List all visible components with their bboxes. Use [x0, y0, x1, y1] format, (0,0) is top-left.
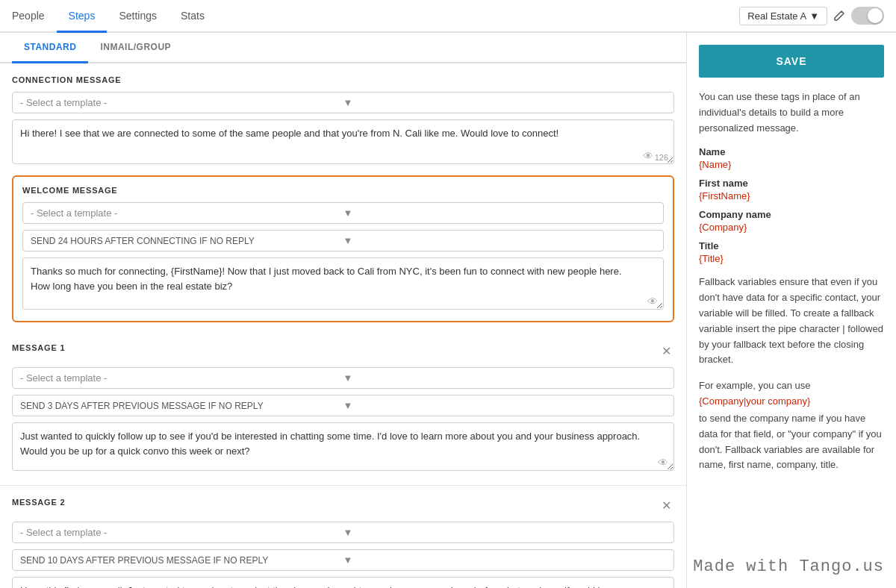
fallback-text-3: to send the company name if you have dat…	[699, 411, 884, 473]
help-intro-text: You can use these tags in place of an in…	[699, 90, 884, 136]
subtab-standard[interactable]: STANDARD	[12, 33, 88, 63]
message2-wrapper: Hope this finds you well. Just wanted to…	[12, 577, 674, 588]
welcome-timing-placeholder: SEND 24 HOURS AFTER CONNECTING IF NO REP…	[31, 236, 343, 246]
message2-close-button[interactable]: ✕	[659, 498, 674, 513]
tab-people[interactable]: People	[12, 0, 57, 33]
welcome-template-placeholder: - Select a template -	[31, 207, 343, 219]
tag-name-value: {Name}	[699, 159, 884, 170]
char-count: 126	[655, 153, 668, 162]
tag-title-label: Title	[699, 240, 884, 251]
message2-section: MESSAGE 2 ✕ - Select a template - ▼ SEND…	[0, 485, 686, 588]
message2-header: MESSAGE 2	[12, 498, 65, 507]
preview-icon[interactable]: 👁	[647, 295, 658, 307]
tag-firstname-label: First name	[699, 178, 884, 189]
dropdown-arrow-icon: ▼	[343, 372, 667, 384]
fallback-example: {Company|your company}	[699, 395, 884, 407]
tag-firstname: First name {FirstName}	[699, 178, 884, 201]
message1-textarea[interactable]: Just wanted to quickly follow up to see …	[12, 422, 674, 471]
message1-wrapper: Just wanted to quickly follow up to see …	[12, 422, 674, 473]
fallback-text-1: Fallback variables ensure that even if y…	[699, 275, 884, 368]
preview-icon[interactable]: 👁	[643, 150, 653, 162]
right-panel: SAVE You can use these tags in place of …	[687, 33, 896, 588]
sub-tabs-bar: STANDARD INMAIL/GROUP	[0, 33, 686, 63]
template-label: Real Estate A	[747, 10, 806, 22]
message1-header-row: MESSAGE 1 ✕	[12, 343, 674, 360]
welcome-message-section: WELCOME MESSAGE - Select a template - ▼ …	[12, 175, 674, 322]
message1-template-dropdown[interactable]: - Select a template - ▼	[12, 367, 674, 389]
main-layout: STANDARD INMAIL/GROUP CONNECTION MESSAGE…	[0, 33, 896, 588]
connection-message-header: CONNECTION MESSAGE	[12, 75, 674, 84]
tab-settings[interactable]: Settings	[107, 0, 169, 33]
save-button[interactable]: SAVE	[699, 45, 884, 78]
message1-timing-placeholder: SEND 3 DAYS AFTER PREVIOUS MESSAGE IF NO…	[20, 401, 343, 411]
message2-textarea[interactable]: Hope this finds you well. Just wanted to…	[12, 577, 674, 588]
chevron-down-icon: ▼	[809, 10, 819, 22]
message2-timing-dropdown[interactable]: SEND 10 DAYS AFTER PREVIOUS MESSAGE IF N…	[12, 549, 674, 571]
message2-header-row: MESSAGE 2 ✕	[12, 498, 674, 514]
dropdown-arrow-icon: ▼	[343, 527, 667, 538]
welcome-message-header: WELCOME MESSAGE	[22, 186, 664, 195]
dropdown-arrow-icon: ▼	[343, 207, 656, 219]
dropdown-arrow-icon: ▼	[343, 554, 667, 566]
message2-template-placeholder: - Select a template -	[20, 527, 343, 538]
welcome-template-dropdown[interactable]: - Select a template - ▼	[22, 202, 664, 224]
tag-title-value: {Title}	[699, 253, 884, 264]
connection-template-placeholder: - Select a template -	[20, 97, 343, 108]
connection-message-section: CONNECTION MESSAGE - Select a template -…	[0, 63, 686, 166]
message1-template-placeholder: - Select a template -	[20, 372, 343, 384]
connection-message-textarea[interactable]: Hi there! I see that we are connected to…	[12, 119, 674, 164]
tag-company-label: Company name	[699, 209, 884, 220]
connection-message-wrapper: Hi there! I see that we are connected to…	[12, 119, 674, 166]
tag-title: Title {Title}	[699, 240, 884, 264]
fallback-text-2: For example, you can use	[699, 378, 884, 394]
toggle-switch[interactable]	[851, 7, 884, 25]
tag-company: Company name {Company}	[699, 209, 884, 233]
tab-stats[interactable]: Stats	[169, 0, 217, 33]
dropdown-arrow-icon: ▼	[343, 400, 667, 411]
welcome-timing-dropdown[interactable]: SEND 24 HOURS AFTER CONNECTING IF NO REP…	[22, 230, 664, 251]
tag-company-value: {Company}	[699, 222, 884, 233]
dropdown-arrow-icon: ▼	[343, 235, 656, 246]
tag-name: Name {Name}	[699, 146, 884, 170]
toggle-knob	[868, 8, 883, 23]
message2-timing-placeholder: SEND 10 DAYS AFTER PREVIOUS MESSAGE IF N…	[20, 555, 343, 566]
tag-name-label: Name	[699, 146, 884, 157]
message1-section: MESSAGE 1 ✕ - Select a template - ▼ SEND…	[0, 331, 686, 485]
message1-close-button[interactable]: ✕	[659, 344, 674, 359]
edit-template-icon[interactable]	[833, 10, 845, 22]
nav-right-controls: Real Estate A ▼	[739, 7, 884, 25]
preview-icon[interactable]: 👁	[658, 457, 668, 469]
message1-header: MESSAGE 1	[12, 343, 65, 352]
message1-timing-dropdown[interactable]: SEND 3 DAYS AFTER PREVIOUS MESSAGE IF NO…	[12, 395, 674, 416]
dropdown-arrow-icon: ▼	[343, 97, 667, 108]
subtab-inmail-group[interactable]: INMAIL/GROUP	[88, 33, 183, 63]
top-navigation: People Steps Settings Stats Real Estate …	[0, 0, 896, 33]
left-panel: STANDARD INMAIL/GROUP CONNECTION MESSAGE…	[0, 33, 687, 588]
connection-template-dropdown[interactable]: - Select a template - ▼	[12, 92, 674, 113]
tag-firstname-value: {FirstName}	[699, 190, 884, 201]
tab-steps[interactable]: Steps	[57, 0, 108, 33]
template-selector[interactable]: Real Estate A ▼	[739, 7, 827, 25]
message2-template-dropdown[interactable]: - Select a template - ▼	[12, 522, 674, 543]
welcome-message-textarea[interactable]: Thanks so much for connecting, {FirstNam…	[22, 257, 664, 310]
welcome-message-wrapper: Thanks so much for connecting, {FirstNam…	[22, 257, 664, 312]
